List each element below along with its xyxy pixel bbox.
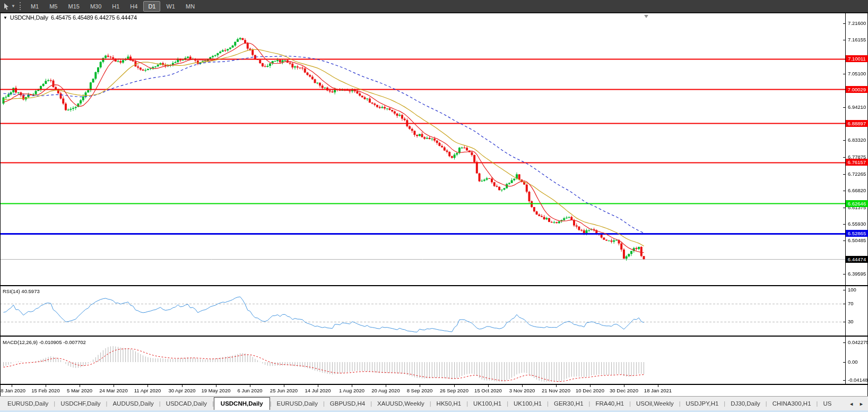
chart-tab-dj30-daily[interactable]: DJ30,Daily [725,398,766,409]
chart-title: ▼ USDCNH,Daily 6.45475 6.45489 6.44275 6… [3,14,137,21]
chart-tab-audusd-daily[interactable]: AUDUSD,Daily [107,398,159,409]
chart-tab-usoil-weekly[interactable]: USOil,Weekly [631,398,679,409]
chart-tab-uk100-h1[interactable]: UK100,H1 [508,398,547,409]
chart-title-caret-icon[interactable]: ▼ [3,15,7,20]
chart-tab-eurusd-daily[interactable]: EURUSD,Daily [272,398,323,409]
timeframe-button-h4[interactable]: H4 [125,1,142,12]
chart-tab-gbpusd-h4[interactable]: GBPUSD,H4 [325,398,370,409]
cursor-tool-dropdown-caret[interactable]: ▼ [11,4,15,8]
chart-tab-hk50-h1[interactable]: HK50,H1 [431,398,467,409]
timeframe-button-w1[interactable]: W1 [161,1,180,12]
timeframe-button-m15[interactable]: M15 [63,1,84,12]
chart-plot-area[interactable] [0,13,868,396]
chart-tab-china300-h1[interactable]: CHINA300,H1 [767,398,817,409]
top-toolbar: ▼ M1M5M15M30H1H4D1W1MN [0,0,868,13]
chart-window: ▼ USDCNH,Daily 6.45475 6.45489 6.44275 6… [0,13,868,396]
chart-tab-usdcnh-daily[interactable]: USDCNH,Daily [214,397,270,410]
chart-tab-eurusd-daily[interactable]: EURUSD,Daily [2,398,54,409]
tab-scroll-right-icon[interactable]: ► [859,401,864,407]
chart-tab-ger30-h1[interactable]: GER30,H1 [549,398,589,409]
chart-tab-fra40-h1[interactable]: FRA40,H1 [590,398,629,409]
timeframe-buttons: M1M5M15M30H1H4D1W1MN [25,1,200,12]
tab-scroll-arrows: ◄ ► [844,397,868,411]
timeframe-button-mn[interactable]: MN [181,1,199,12]
chart-tab-us[interactable]: US [818,398,837,409]
chart-tab-usdjpy-h1[interactable]: USDJPY,H1 [681,398,724,409]
chart-tab-uk100-h1[interactable]: UK100,H1 [468,398,507,409]
timeframe-button-m30[interactable]: M30 [85,1,106,12]
chart-symbol-label: USDCNH,Daily [10,14,48,21]
cursor-tool-icon[interactable] [2,2,11,11]
chart-tab-usdcad-daily[interactable]: USDCAD,Daily [161,398,212,409]
timeframe-button-m5[interactable]: M5 [45,1,62,12]
chart-tab-bar: EURUSD,Daily|USDCHF,Daily|AUDUSD,Daily|U… [0,396,868,412]
chart-tab-xauusd-weekly[interactable]: XAUUSD,Weekly [372,398,430,409]
tab-scroll-left-icon[interactable]: ◄ [849,401,854,407]
chart-ohlc-values: 6.45475 6.45489 6.44275 6.44474 [51,14,137,21]
toolbar-drag-handle[interactable] [20,2,21,10]
timeframe-button-h1[interactable]: H1 [107,1,124,12]
timeframe-button-m1[interactable]: M1 [26,1,44,12]
timeframe-button-d1[interactable]: D1 [143,1,160,12]
chart-tab-usdchf-daily[interactable]: USDCHF,Daily [55,398,106,409]
